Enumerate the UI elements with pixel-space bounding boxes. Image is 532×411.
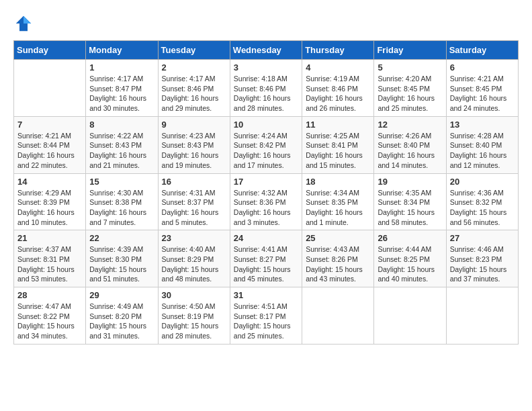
calendar-cell: 19Sunrise: 4:35 AM Sunset: 8:34 PM Dayli…: [374, 173, 446, 230]
day-number: 9: [162, 120, 226, 130]
day-info: Sunrise: 4:46 AM Sunset: 8:23 PM Dayligh…: [450, 244, 515, 284]
calendar-cell: [446, 287, 518, 345]
day-number: 6: [450, 62, 515, 73]
calendar-cell: 29Sunrise: 4:49 AM Sunset: 8:20 PM Dayli…: [86, 287, 158, 345]
weekday-header: Sunday: [14, 41, 86, 60]
day-number: 24: [234, 233, 298, 243]
day-number: 2: [162, 62, 226, 73]
calendar-cell: 5Sunrise: 4:20 AM Sunset: 8:45 PM Daylig…: [374, 60, 446, 117]
day-info: Sunrise: 4:29 AM Sunset: 8:39 PM Dayligh…: [17, 188, 82, 228]
day-info: Sunrise: 4:47 AM Sunset: 8:22 PM Dayligh…: [17, 302, 82, 341]
calendar-cell: 9Sunrise: 4:23 AM Sunset: 8:43 PM Daylig…: [158, 116, 230, 173]
day-number: 21: [17, 233, 82, 243]
calendar-cell: 23Sunrise: 4:40 AM Sunset: 8:29 PM Dayli…: [158, 230, 230, 287]
calendar-cell: 3Sunrise: 4:18 AM Sunset: 8:46 PM Daylig…: [230, 60, 302, 117]
calendar-cell: 26Sunrise: 4:44 AM Sunset: 8:25 PM Dayli…: [374, 230, 446, 287]
calendar-week-row: 7Sunrise: 4:21 AM Sunset: 8:44 PM Daylig…: [14, 116, 519, 173]
day-info: Sunrise: 4:19 AM Sunset: 8:46 PM Dayligh…: [306, 74, 370, 113]
calendar-week-row: 1Sunrise: 4:17 AM Sunset: 8:47 PM Daylig…: [14, 60, 519, 117]
day-number: 20: [450, 177, 515, 187]
calendar-cell: 13Sunrise: 4:28 AM Sunset: 8:40 PM Dayli…: [446, 116, 518, 173]
day-info: Sunrise: 4:24 AM Sunset: 8:42 PM Dayligh…: [234, 131, 298, 171]
day-info: Sunrise: 4:43 AM Sunset: 8:26 PM Dayligh…: [306, 244, 370, 284]
day-number: 27: [450, 233, 515, 243]
calendar-cell: 28Sunrise: 4:47 AM Sunset: 8:22 PM Dayli…: [14, 287, 86, 345]
day-number: 19: [378, 177, 442, 187]
day-info: Sunrise: 4:17 AM Sunset: 8:46 PM Dayligh…: [162, 74, 226, 113]
day-number: 26: [378, 233, 442, 243]
logo-icon: [13, 13, 34, 34]
day-info: Sunrise: 4:17 AM Sunset: 8:47 PM Dayligh…: [89, 74, 154, 113]
day-info: Sunrise: 4:34 AM Sunset: 8:35 PM Dayligh…: [306, 188, 370, 228]
day-info: Sunrise: 4:37 AM Sunset: 8:31 PM Dayligh…: [17, 244, 82, 284]
calendar-cell: 21Sunrise: 4:37 AM Sunset: 8:31 PM Dayli…: [14, 230, 86, 287]
weekday-header: Thursday: [302, 41, 374, 60]
calendar-header-row: SundayMondayTuesdayWednesdayThursdayFrid…: [14, 41, 519, 60]
calendar-cell: 11Sunrise: 4:25 AM Sunset: 8:41 PM Dayli…: [302, 116, 374, 173]
day-number: 3: [234, 62, 298, 73]
day-info: Sunrise: 4:22 AM Sunset: 8:43 PM Dayligh…: [89, 131, 154, 171]
day-info: Sunrise: 4:36 AM Sunset: 8:32 PM Dayligh…: [450, 188, 515, 228]
day-number: 15: [89, 177, 154, 187]
day-number: 7: [17, 120, 82, 130]
day-info: Sunrise: 4:49 AM Sunset: 8:20 PM Dayligh…: [89, 302, 154, 341]
calendar-cell: [374, 287, 446, 345]
day-number: 14: [17, 177, 82, 187]
day-info: Sunrise: 4:30 AM Sunset: 8:38 PM Dayligh…: [89, 188, 154, 228]
calendar-cell: 1Sunrise: 4:17 AM Sunset: 8:47 PM Daylig…: [86, 60, 158, 117]
calendar-cell: 4Sunrise: 4:19 AM Sunset: 8:46 PM Daylig…: [302, 60, 374, 117]
calendar-cell: 31Sunrise: 4:51 AM Sunset: 8:17 PM Dayli…: [230, 287, 302, 345]
day-number: 12: [378, 120, 442, 130]
day-number: 10: [234, 120, 298, 130]
day-info: Sunrise: 4:32 AM Sunset: 8:36 PM Dayligh…: [234, 188, 298, 228]
calendar-week-row: 28Sunrise: 4:47 AM Sunset: 8:22 PM Dayli…: [14, 287, 519, 345]
day-info: Sunrise: 4:35 AM Sunset: 8:34 PM Dayligh…: [378, 188, 442, 228]
calendar-cell: 14Sunrise: 4:29 AM Sunset: 8:39 PM Dayli…: [14, 173, 86, 230]
calendar-cell: 10Sunrise: 4:24 AM Sunset: 8:42 PM Dayli…: [230, 116, 302, 173]
calendar-cell: 6Sunrise: 4:21 AM Sunset: 8:45 PM Daylig…: [446, 60, 518, 117]
calendar-cell: 20Sunrise: 4:36 AM Sunset: 8:32 PM Dayli…: [446, 173, 518, 230]
day-number: 4: [306, 62, 370, 73]
weekday-header: Friday: [374, 41, 446, 60]
calendar-cell: 16Sunrise: 4:31 AM Sunset: 8:37 PM Dayli…: [158, 173, 230, 230]
calendar-cell: 12Sunrise: 4:26 AM Sunset: 8:40 PM Dayli…: [374, 116, 446, 173]
day-info: Sunrise: 4:40 AM Sunset: 8:29 PM Dayligh…: [162, 244, 226, 284]
day-info: Sunrise: 4:20 AM Sunset: 8:45 PM Dayligh…: [378, 74, 442, 113]
day-number: 29: [89, 290, 154, 300]
calendar-cell: 2Sunrise: 4:17 AM Sunset: 8:46 PM Daylig…: [158, 60, 230, 117]
day-info: Sunrise: 4:51 AM Sunset: 8:17 PM Dayligh…: [234, 302, 298, 341]
day-number: 22: [89, 233, 154, 243]
calendar-cell: 25Sunrise: 4:43 AM Sunset: 8:26 PM Dayli…: [302, 230, 374, 287]
day-info: Sunrise: 4:26 AM Sunset: 8:40 PM Dayligh…: [378, 131, 442, 171]
calendar-cell: 8Sunrise: 4:22 AM Sunset: 8:43 PM Daylig…: [86, 116, 158, 173]
page-header: [13, 13, 519, 34]
calendar-week-row: 14Sunrise: 4:29 AM Sunset: 8:39 PM Dayli…: [14, 173, 519, 230]
calendar-week-row: 21Sunrise: 4:37 AM Sunset: 8:31 PM Dayli…: [14, 230, 519, 287]
calendar-cell: [302, 287, 374, 345]
weekday-header: Tuesday: [158, 41, 230, 60]
day-number: 28: [17, 290, 82, 300]
day-info: Sunrise: 4:31 AM Sunset: 8:37 PM Dayligh…: [162, 188, 226, 228]
day-info: Sunrise: 4:21 AM Sunset: 8:44 PM Dayligh…: [17, 131, 82, 171]
calendar-table: SundayMondayTuesdayWednesdayThursdayFrid…: [13, 40, 519, 345]
day-info: Sunrise: 4:21 AM Sunset: 8:45 PM Dayligh…: [450, 74, 515, 113]
day-number: 23: [162, 233, 226, 243]
calendar-cell: [14, 60, 86, 117]
day-info: Sunrise: 4:50 AM Sunset: 8:19 PM Dayligh…: [162, 302, 226, 341]
weekday-header: Saturday: [446, 41, 518, 60]
day-number: 17: [234, 177, 298, 187]
calendar-cell: 24Sunrise: 4:41 AM Sunset: 8:27 PM Dayli…: [230, 230, 302, 287]
day-number: 30: [162, 290, 226, 300]
calendar-cell: 30Sunrise: 4:50 AM Sunset: 8:19 PM Dayli…: [158, 287, 230, 345]
day-info: Sunrise: 4:28 AM Sunset: 8:40 PM Dayligh…: [450, 131, 515, 171]
svg-marker-1: [24, 16, 31, 24]
calendar-cell: 27Sunrise: 4:46 AM Sunset: 8:23 PM Dayli…: [446, 230, 518, 287]
day-info: Sunrise: 4:41 AM Sunset: 8:27 PM Dayligh…: [234, 244, 298, 284]
calendar-cell: 17Sunrise: 4:32 AM Sunset: 8:36 PM Dayli…: [230, 173, 302, 230]
day-number: 1: [89, 62, 154, 73]
day-info: Sunrise: 4:39 AM Sunset: 8:30 PM Dayligh…: [89, 244, 154, 284]
calendar-cell: 18Sunrise: 4:34 AM Sunset: 8:35 PM Dayli…: [302, 173, 374, 230]
day-number: 16: [162, 177, 226, 187]
day-number: 18: [306, 177, 370, 187]
day-number: 8: [89, 120, 154, 130]
